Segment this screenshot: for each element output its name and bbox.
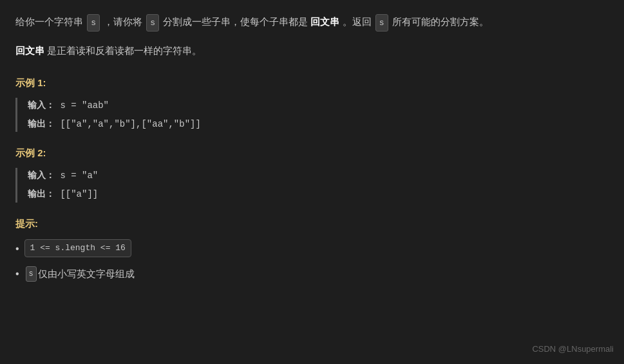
hints-section: 提示: • 1 <= s.length <= 16 • s 仅由小写英文字母组成 <box>15 215 609 283</box>
example-1-input-value: s = "aab" <box>60 100 109 111</box>
example-1-output: 输出： [["a","a","b"],["aa","b"]] <box>28 116 609 132</box>
hint-1-code-badge: 1 <= s.length <= 16 <box>24 239 131 257</box>
example-2-input-value: s = "a" <box>60 170 98 181</box>
intro-text-after2: 分割成一些子串，使每个子串都是 <box>163 16 308 27</box>
hint-item-2: • s 仅由小写英文字母组成 <box>15 265 609 282</box>
footer-credit: CSDN @LNsupermali <box>532 342 614 356</box>
example-2-block: 输入： s = "a" 输出： [["a"]] <box>15 168 609 203</box>
intro-text-after1: ，请你将 <box>104 16 142 27</box>
definition-text: 是正着读和反着读都一样的字符串。 <box>47 45 202 56</box>
hint-2-s-badge: s <box>26 266 37 282</box>
intro-text-end: 所有可能的分割方案。 <box>392 16 489 27</box>
example-1-input-label: 输入： <box>28 100 55 110</box>
example-1-output-label: 输出： <box>28 118 55 129</box>
example-2-output-label: 输出： <box>28 188 55 199</box>
example-2-output: 输出： [["a"]] <box>28 187 609 203</box>
hint-list: • 1 <= s.length <= 16 • s 仅由小写英文字母组成 <box>15 239 609 282</box>
example-1-title: 示例 1: <box>15 75 609 91</box>
hints-title: 提示: <box>15 215 609 232</box>
intro-highlight: 回文串 <box>310 16 339 27</box>
intro-text-return: 。返回 <box>343 16 372 27</box>
s-badge-3: s <box>375 14 388 32</box>
example-1-input: 输入： s = "aab" <box>28 98 609 114</box>
s-badge-2: s <box>146 14 159 32</box>
definition-paragraph: 回文串 是正着读和反着读都一样的字符串。 <box>15 42 609 59</box>
example-2-input-label: 输入： <box>28 170 55 180</box>
example-1-block: 输入： s = "aab" 输出： [["a","a","b"],["aa","… <box>15 98 609 132</box>
example-1-output-value: [["a","a","b"],["aa","b"]] <box>60 119 200 129</box>
definition-term: 回文串 <box>15 45 44 56</box>
hint-item-1: • 1 <= s.length <= 16 <box>15 239 609 257</box>
example-2-output-value: [["a"]] <box>60 189 98 199</box>
intro-paragraph: 给你一个字符串 s ，请你将 s 分割成一些子串，使每个子串都是 回文串 。返回… <box>15 13 609 32</box>
s-badge-1: s <box>87 14 100 32</box>
intro-text-before: 给你一个字符串 <box>15 16 83 27</box>
example-2: 示例 2: 输入： s = "a" 输出： [["a"]] <box>15 145 609 202</box>
bullet-2: • <box>15 265 19 282</box>
bullet-1: • <box>15 240 19 257</box>
example-2-input: 输入： s = "a" <box>28 168 609 184</box>
example-1: 示例 1: 输入： s = "aab" 输出： [["a","a","b"],[… <box>15 75 609 132</box>
example-2-title: 示例 2: <box>15 145 609 161</box>
hint-2-text: 仅由小写英文字母组成 <box>38 266 135 282</box>
